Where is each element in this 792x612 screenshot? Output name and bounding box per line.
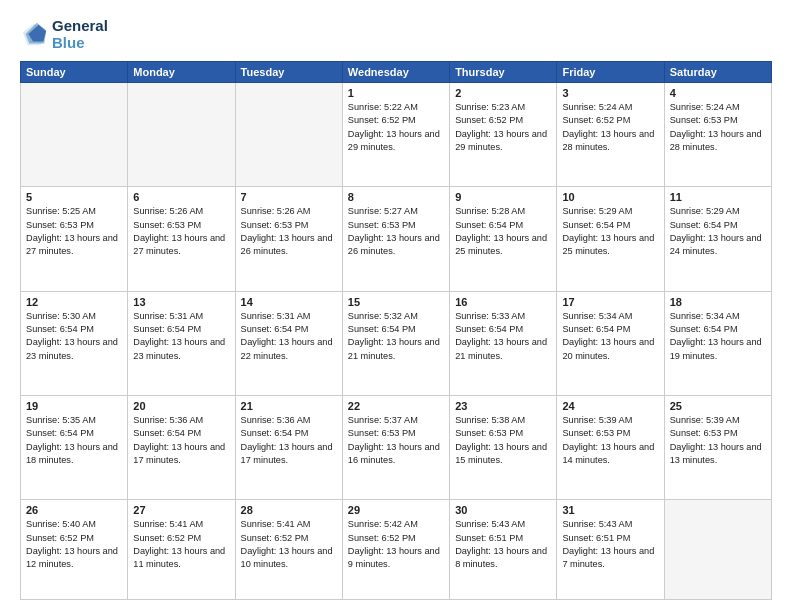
- day-info: Sunrise: 5:24 AM Sunset: 6:53 PM Dayligh…: [670, 101, 766, 154]
- calendar-header-friday: Friday: [557, 62, 664, 83]
- day-info: Sunrise: 5:25 AM Sunset: 6:53 PM Dayligh…: [26, 205, 122, 258]
- calendar-cell: 5Sunrise: 5:25 AM Sunset: 6:53 PM Daylig…: [21, 187, 128, 291]
- day-number: 13: [133, 296, 229, 308]
- calendar-cell: 6Sunrise: 5:26 AM Sunset: 6:53 PM Daylig…: [128, 187, 235, 291]
- day-number: 1: [348, 87, 444, 99]
- day-info: Sunrise: 5:42 AM Sunset: 6:52 PM Dayligh…: [348, 518, 444, 571]
- day-info: Sunrise: 5:26 AM Sunset: 6:53 PM Dayligh…: [133, 205, 229, 258]
- calendar-cell: 17Sunrise: 5:34 AM Sunset: 6:54 PM Dayli…: [557, 291, 664, 395]
- calendar-header-wednesday: Wednesday: [342, 62, 449, 83]
- calendar-cell: 8Sunrise: 5:27 AM Sunset: 6:53 PM Daylig…: [342, 187, 449, 291]
- day-number: 29: [348, 504, 444, 516]
- day-number: 23: [455, 400, 551, 412]
- calendar-cell: 26Sunrise: 5:40 AM Sunset: 6:52 PM Dayli…: [21, 500, 128, 600]
- day-number: 21: [241, 400, 337, 412]
- day-info: Sunrise: 5:32 AM Sunset: 6:54 PM Dayligh…: [348, 310, 444, 363]
- day-info: Sunrise: 5:27 AM Sunset: 6:53 PM Dayligh…: [348, 205, 444, 258]
- day-number: 5: [26, 191, 122, 203]
- calendar-cell: 1Sunrise: 5:22 AM Sunset: 6:52 PM Daylig…: [342, 83, 449, 187]
- day-number: 31: [562, 504, 658, 516]
- day-number: 24: [562, 400, 658, 412]
- day-number: 2: [455, 87, 551, 99]
- calendar-cell: 15Sunrise: 5:32 AM Sunset: 6:54 PM Dayli…: [342, 291, 449, 395]
- calendar-cell: 12Sunrise: 5:30 AM Sunset: 6:54 PM Dayli…: [21, 291, 128, 395]
- day-info: Sunrise: 5:41 AM Sunset: 6:52 PM Dayligh…: [133, 518, 229, 571]
- day-number: 22: [348, 400, 444, 412]
- day-number: 16: [455, 296, 551, 308]
- calendar-cell: 2Sunrise: 5:23 AM Sunset: 6:52 PM Daylig…: [450, 83, 557, 187]
- day-number: 27: [133, 504, 229, 516]
- calendar-cell: 4Sunrise: 5:24 AM Sunset: 6:53 PM Daylig…: [664, 83, 771, 187]
- calendar-week-3: 19Sunrise: 5:35 AM Sunset: 6:54 PM Dayli…: [21, 396, 772, 500]
- calendar-cell: 20Sunrise: 5:36 AM Sunset: 6:54 PM Dayli…: [128, 396, 235, 500]
- day-info: Sunrise: 5:28 AM Sunset: 6:54 PM Dayligh…: [455, 205, 551, 258]
- calendar-cell: 25Sunrise: 5:39 AM Sunset: 6:53 PM Dayli…: [664, 396, 771, 500]
- day-number: 7: [241, 191, 337, 203]
- day-info: Sunrise: 5:26 AM Sunset: 6:53 PM Dayligh…: [241, 205, 337, 258]
- calendar-week-2: 12Sunrise: 5:30 AM Sunset: 6:54 PM Dayli…: [21, 291, 772, 395]
- day-info: Sunrise: 5:29 AM Sunset: 6:54 PM Dayligh…: [670, 205, 766, 258]
- calendar-cell: [235, 83, 342, 187]
- calendar-cell: [21, 83, 128, 187]
- day-number: 17: [562, 296, 658, 308]
- day-number: 26: [26, 504, 122, 516]
- day-info: Sunrise: 5:39 AM Sunset: 6:53 PM Dayligh…: [562, 414, 658, 467]
- calendar-cell: 29Sunrise: 5:42 AM Sunset: 6:52 PM Dayli…: [342, 500, 449, 600]
- calendar-cell: 13Sunrise: 5:31 AM Sunset: 6:54 PM Dayli…: [128, 291, 235, 395]
- day-info: Sunrise: 5:23 AM Sunset: 6:52 PM Dayligh…: [455, 101, 551, 154]
- calendar-week-4: 26Sunrise: 5:40 AM Sunset: 6:52 PM Dayli…: [21, 500, 772, 600]
- day-info: Sunrise: 5:34 AM Sunset: 6:54 PM Dayligh…: [562, 310, 658, 363]
- day-info: Sunrise: 5:31 AM Sunset: 6:54 PM Dayligh…: [133, 310, 229, 363]
- calendar-header-tuesday: Tuesday: [235, 62, 342, 83]
- calendar-cell: 11Sunrise: 5:29 AM Sunset: 6:54 PM Dayli…: [664, 187, 771, 291]
- day-info: Sunrise: 5:30 AM Sunset: 6:54 PM Dayligh…: [26, 310, 122, 363]
- calendar-week-1: 5Sunrise: 5:25 AM Sunset: 6:53 PM Daylig…: [21, 187, 772, 291]
- day-number: 11: [670, 191, 766, 203]
- day-info: Sunrise: 5:33 AM Sunset: 6:54 PM Dayligh…: [455, 310, 551, 363]
- day-info: Sunrise: 5:34 AM Sunset: 6:54 PM Dayligh…: [670, 310, 766, 363]
- day-number: 20: [133, 400, 229, 412]
- calendar-cell: [128, 83, 235, 187]
- logo-text: General Blue: [52, 18, 108, 51]
- calendar-cell: 3Sunrise: 5:24 AM Sunset: 6:52 PM Daylig…: [557, 83, 664, 187]
- day-number: 8: [348, 191, 444, 203]
- day-info: Sunrise: 5:39 AM Sunset: 6:53 PM Dayligh…: [670, 414, 766, 467]
- calendar-cell: 27Sunrise: 5:41 AM Sunset: 6:52 PM Dayli…: [128, 500, 235, 600]
- day-number: 25: [670, 400, 766, 412]
- day-info: Sunrise: 5:29 AM Sunset: 6:54 PM Dayligh…: [562, 205, 658, 258]
- day-info: Sunrise: 5:24 AM Sunset: 6:52 PM Dayligh…: [562, 101, 658, 154]
- day-number: 9: [455, 191, 551, 203]
- calendar-cell: 14Sunrise: 5:31 AM Sunset: 6:54 PM Dayli…: [235, 291, 342, 395]
- calendar-cell: 28Sunrise: 5:41 AM Sunset: 6:52 PM Dayli…: [235, 500, 342, 600]
- calendar-header-sunday: Sunday: [21, 62, 128, 83]
- day-info: Sunrise: 5:43 AM Sunset: 6:51 PM Dayligh…: [562, 518, 658, 571]
- day-info: Sunrise: 5:36 AM Sunset: 6:54 PM Dayligh…: [133, 414, 229, 467]
- header: General Blue: [20, 18, 772, 51]
- calendar-cell: 23Sunrise: 5:38 AM Sunset: 6:53 PM Dayli…: [450, 396, 557, 500]
- calendar: SundayMondayTuesdayWednesdayThursdayFrid…: [20, 61, 772, 600]
- calendar-cell: 24Sunrise: 5:39 AM Sunset: 6:53 PM Dayli…: [557, 396, 664, 500]
- day-number: 12: [26, 296, 122, 308]
- day-number: 14: [241, 296, 337, 308]
- calendar-cell: [664, 500, 771, 600]
- day-number: 30: [455, 504, 551, 516]
- calendar-cell: 21Sunrise: 5:36 AM Sunset: 6:54 PM Dayli…: [235, 396, 342, 500]
- day-number: 19: [26, 400, 122, 412]
- day-info: Sunrise: 5:43 AM Sunset: 6:51 PM Dayligh…: [455, 518, 551, 571]
- day-info: Sunrise: 5:41 AM Sunset: 6:52 PM Dayligh…: [241, 518, 337, 571]
- calendar-header-thursday: Thursday: [450, 62, 557, 83]
- day-number: 28: [241, 504, 337, 516]
- day-info: Sunrise: 5:40 AM Sunset: 6:52 PM Dayligh…: [26, 518, 122, 571]
- calendar-week-0: 1Sunrise: 5:22 AM Sunset: 6:52 PM Daylig…: [21, 83, 772, 187]
- calendar-header-saturday: Saturday: [664, 62, 771, 83]
- calendar-cell: 9Sunrise: 5:28 AM Sunset: 6:54 PM Daylig…: [450, 187, 557, 291]
- calendar-cell: 18Sunrise: 5:34 AM Sunset: 6:54 PM Dayli…: [664, 291, 771, 395]
- calendar-cell: 22Sunrise: 5:37 AM Sunset: 6:53 PM Dayli…: [342, 396, 449, 500]
- day-info: Sunrise: 5:38 AM Sunset: 6:53 PM Dayligh…: [455, 414, 551, 467]
- logo: General Blue: [20, 18, 108, 51]
- calendar-cell: 31Sunrise: 5:43 AM Sunset: 6:51 PM Dayli…: [557, 500, 664, 600]
- day-info: Sunrise: 5:36 AM Sunset: 6:54 PM Dayligh…: [241, 414, 337, 467]
- day-number: 4: [670, 87, 766, 99]
- day-number: 18: [670, 296, 766, 308]
- calendar-cell: 7Sunrise: 5:26 AM Sunset: 6:53 PM Daylig…: [235, 187, 342, 291]
